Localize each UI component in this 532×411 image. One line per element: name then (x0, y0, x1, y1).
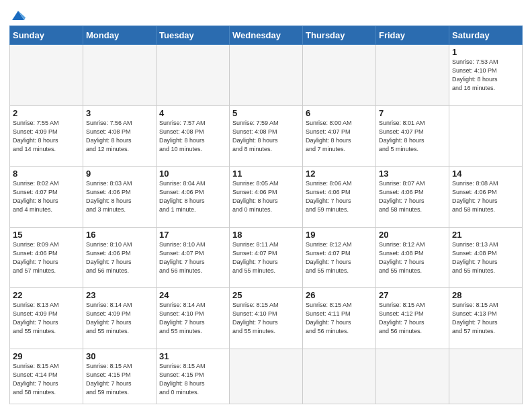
calendar-cell-6: 6Sunrise: 8:00 AM Sunset: 4:07 PM Daylig… (303, 105, 376, 167)
calendar-cell-17: 17Sunrise: 8:10 AM Sunset: 4:07 PM Dayli… (157, 227, 230, 288)
day-info: Sunrise: 8:03 AM Sunset: 4:06 PM Dayligh… (86, 180, 132, 213)
day-header-tuesday: Tuesday (157, 26, 230, 45)
day-info: Sunrise: 8:02 AM Sunset: 4:07 PM Dayligh… (13, 180, 59, 213)
day-number: 19 (306, 230, 373, 240)
day-header-sunday: Sunday (10, 26, 83, 45)
day-info: Sunrise: 8:14 AM Sunset: 4:09 PM Dayligh… (86, 302, 132, 334)
calendar-cell-14: 14Sunrise: 8:08 AM Sunset: 4:06 PM Dayli… (449, 167, 523, 228)
day-number: 13 (379, 169, 446, 179)
day-info: Sunrise: 8:00 AM Sunset: 4:07 PM Dayligh… (306, 120, 352, 152)
calendar-week-6: 29Sunrise: 8:15 AM Sunset: 4:14 PM Dayli… (10, 349, 523, 404)
day-header-friday: Friday (376, 26, 449, 45)
day-number: 11 (232, 169, 300, 179)
day-number: 6 (306, 108, 373, 118)
calendar-cell-15: 15Sunrise: 8:09 AM Sunset: 4:06 PM Dayli… (10, 227, 83, 288)
day-info: Sunrise: 8:15 AM Sunset: 4:13 PM Dayligh… (452, 302, 498, 334)
calendar-page: SundayMondayTuesdayWednesdayThursdayFrid… (0, 0, 532, 411)
calendar-cell-2: 2Sunrise: 7:55 AM Sunset: 4:09 PM Daylig… (10, 105, 83, 167)
calendar-cell-empty (376, 45, 449, 106)
calendar-cell-29: 29Sunrise: 8:15 AM Sunset: 4:14 PM Dayli… (10, 349, 83, 404)
day-info: Sunrise: 8:10 AM Sunset: 4:06 PM Dayligh… (86, 241, 132, 274)
day-header-thursday: Thursday (303, 26, 376, 45)
logo-icon (11, 9, 26, 21)
day-number: 14 (452, 169, 519, 179)
day-info: Sunrise: 8:14 AM Sunset: 4:10 PM Dayligh… (159, 302, 206, 334)
day-info: Sunrise: 8:10 AM Sunset: 4:07 PM Dayligh… (159, 241, 206, 274)
calendar-cell-empty (303, 45, 376, 106)
day-number: 15 (13, 230, 80, 240)
calendar-cell-16: 16Sunrise: 8:10 AM Sunset: 4:06 PM Dayli… (83, 227, 157, 288)
calendar-table: SundayMondayTuesdayWednesdayThursdayFrid… (9, 26, 523, 404)
day-number: 17 (159, 230, 226, 240)
day-info: Sunrise: 7:57 AM Sunset: 4:08 PM Dayligh… (159, 120, 206, 152)
day-number: 20 (379, 230, 446, 240)
day-info: Sunrise: 8:15 AM Sunset: 4:12 PM Dayligh… (379, 302, 425, 334)
day-info: Sunrise: 7:56 AM Sunset: 4:08 PM Dayligh… (86, 120, 132, 152)
day-number: 31 (159, 351, 226, 361)
day-number: 3 (86, 108, 153, 118)
day-number: 26 (306, 290, 373, 300)
day-header-wednesday: Wednesday (230, 26, 303, 45)
day-number: 23 (86, 290, 153, 300)
calendar-cell-5: 5Sunrise: 7:59 AM Sunset: 4:08 PM Daylig… (230, 105, 303, 167)
day-number: 27 (379, 290, 446, 300)
calendar-cell-26: 26Sunrise: 8:15 AM Sunset: 4:11 PM Dayli… (303, 288, 376, 349)
day-number: 10 (159, 169, 226, 179)
day-info: Sunrise: 7:53 AM Sunset: 4:10 PM Dayligh… (452, 58, 498, 91)
calendar-cell-empty (83, 45, 157, 106)
calendar-cell-10: 10Sunrise: 8:04 AM Sunset: 4:06 PM Dayli… (157, 167, 230, 228)
day-number: 8 (13, 169, 80, 179)
calendar-cell-25: 25Sunrise: 8:15 AM Sunset: 4:10 PM Dayli… (230, 288, 303, 349)
calendar-cell-empty (376, 349, 449, 404)
day-info: Sunrise: 8:07 AM Sunset: 4:06 PM Dayligh… (379, 180, 425, 213)
calendar-cell-empty (157, 45, 230, 106)
calendar-week-3: 8Sunrise: 8:02 AM Sunset: 4:07 PM Daylig… (10, 167, 523, 228)
day-info: Sunrise: 8:15 AM Sunset: 4:14 PM Dayligh… (13, 363, 59, 396)
day-number: 29 (13, 351, 80, 361)
day-number: 7 (379, 108, 446, 118)
day-number: 2 (13, 108, 80, 118)
calendar-cell-23: 23Sunrise: 8:14 AM Sunset: 4:09 PM Dayli… (83, 288, 157, 349)
day-number: 24 (159, 290, 226, 300)
day-info: Sunrise: 8:12 AM Sunset: 4:08 PM Dayligh… (379, 241, 425, 274)
day-info: Sunrise: 8:11 AM Sunset: 4:07 PM Dayligh… (232, 241, 279, 274)
calendar-cell-13: 13Sunrise: 8:07 AM Sunset: 4:06 PM Dayli… (376, 167, 449, 228)
calendar-week-1: 1Sunrise: 7:53 AM Sunset: 4:10 PM Daylig… (10, 45, 523, 106)
calendar-cell-9: 9Sunrise: 8:03 AM Sunset: 4:06 PM Daylig… (83, 167, 157, 228)
calendar-cell-7: 7Sunrise: 8:01 AM Sunset: 4:07 PM Daylig… (376, 105, 449, 167)
calendar-cell-28: 28Sunrise: 8:15 AM Sunset: 4:13 PM Dayli… (449, 288, 523, 349)
header (9, 7, 523, 20)
calendar-cell-24: 24Sunrise: 8:14 AM Sunset: 4:10 PM Dayli… (157, 288, 230, 349)
day-number: 16 (86, 230, 153, 240)
day-number: 9 (86, 169, 153, 179)
day-info: Sunrise: 8:01 AM Sunset: 4:07 PM Dayligh… (379, 120, 425, 152)
day-number: 25 (232, 290, 300, 300)
calendar-cell-empty (303, 349, 376, 404)
day-number: 1 (452, 47, 519, 57)
day-header-monday: Monday (83, 26, 157, 45)
calendar-header-row: SundayMondayTuesdayWednesdayThursdayFrid… (10, 26, 523, 45)
calendar-cell-8: 8Sunrise: 8:02 AM Sunset: 4:07 PM Daylig… (10, 167, 83, 228)
calendar-cell-18: 18Sunrise: 8:11 AM Sunset: 4:07 PM Dayli… (230, 227, 303, 288)
day-info: Sunrise: 8:09 AM Sunset: 4:06 PM Dayligh… (13, 241, 59, 274)
logo (9, 9, 26, 20)
calendar-cell-21: 21Sunrise: 8:13 AM Sunset: 4:08 PM Dayli… (449, 227, 523, 288)
day-info: Sunrise: 8:04 AM Sunset: 4:06 PM Dayligh… (159, 180, 206, 213)
day-info: Sunrise: 8:06 AM Sunset: 4:06 PM Dayligh… (306, 180, 352, 213)
day-info: Sunrise: 8:15 AM Sunset: 4:15 PM Dayligh… (86, 363, 132, 396)
day-number: 30 (86, 351, 153, 361)
calendar-cell-1: 1Sunrise: 7:53 AM Sunset: 4:10 PM Daylig… (449, 45, 523, 106)
calendar-cell-empty (449, 349, 523, 404)
day-number: 4 (159, 108, 226, 118)
day-info: Sunrise: 7:59 AM Sunset: 4:08 PM Dayligh… (232, 120, 279, 152)
day-info: Sunrise: 8:05 AM Sunset: 4:06 PM Dayligh… (232, 180, 279, 213)
day-number: 18 (232, 230, 300, 240)
day-info: Sunrise: 8:15 AM Sunset: 4:15 PM Dayligh… (159, 363, 206, 396)
day-number: 22 (13, 290, 80, 300)
day-info: Sunrise: 8:13 AM Sunset: 4:08 PM Dayligh… (452, 241, 498, 274)
day-info: Sunrise: 8:12 AM Sunset: 4:07 PM Dayligh… (306, 241, 352, 274)
calendar-cell-empty (10, 45, 83, 106)
calendar-cell-empty (230, 45, 303, 106)
calendar-week-2: 2Sunrise: 7:55 AM Sunset: 4:09 PM Daylig… (10, 105, 523, 167)
day-number: 21 (452, 230, 519, 240)
